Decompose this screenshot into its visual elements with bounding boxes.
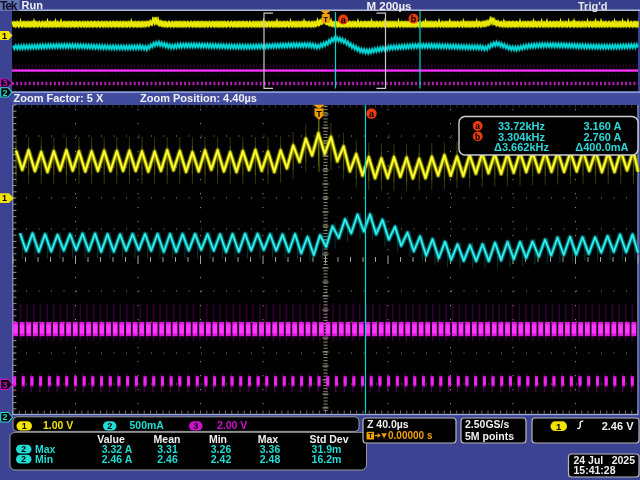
svg-text:a: a <box>475 121 480 131</box>
svg-text:Δ3.662kHz: Δ3.662kHz <box>494 141 549 153</box>
svg-text:0.00000 s: 0.00000 s <box>388 430 433 441</box>
svg-text:b: b <box>411 14 417 24</box>
svg-text:500mA: 500mA <box>130 419 165 431</box>
svg-text:16.2m: 16.2m <box>312 453 342 465</box>
svg-text:T: T <box>368 432 373 439</box>
svg-text:M 200µs: M 200µs <box>367 0 412 12</box>
svg-text:2: 2 <box>21 444 26 454</box>
svg-text:T: T <box>316 109 322 119</box>
svg-text:b: b <box>475 132 480 142</box>
svg-text:T: T <box>323 15 328 24</box>
svg-text:2: 2 <box>107 421 112 431</box>
svg-text:Zoom Factor: 5 X: Zoom Factor: 5 X <box>14 92 105 104</box>
svg-text:3: 3 <box>2 380 7 390</box>
svg-text:Trig'd: Trig'd <box>578 0 608 12</box>
svg-text:1: 1 <box>2 31 7 41</box>
svg-text:2.46: 2.46 <box>157 453 178 465</box>
svg-text:2.50GS/s: 2.50GS/s <box>465 418 510 430</box>
svg-text:1: 1 <box>2 193 7 203</box>
svg-text:1: 1 <box>556 421 562 432</box>
svg-text:2.00 V: 2.00 V <box>217 419 247 431</box>
svg-text:5M points: 5M points <box>465 430 514 442</box>
svg-text:2: 2 <box>2 412 7 422</box>
svg-text:2.46 V: 2.46 V <box>602 420 634 432</box>
svg-text:3: 3 <box>193 421 198 431</box>
svg-text:2.46 A: 2.46 A <box>102 453 133 465</box>
svg-text:Zoom Position: 4.40µs: Zoom Position: 4.40µs <box>140 92 257 104</box>
svg-text:2: 2 <box>21 454 26 464</box>
svg-text:2.48: 2.48 <box>260 453 281 465</box>
svg-text:1: 1 <box>22 421 27 431</box>
svg-text:2: 2 <box>2 88 7 98</box>
svg-text:Tek: Tek <box>0 0 18 13</box>
svg-text:Δ400.0mA: Δ400.0mA <box>575 141 628 153</box>
svg-text:Min: Min <box>35 453 53 465</box>
svg-text:2.42: 2.42 <box>211 453 232 465</box>
svg-text:Z 40.0µs: Z 40.0µs <box>367 418 409 430</box>
svg-text:15:41:28: 15:41:28 <box>574 464 616 476</box>
svg-text:1.00 V: 1.00 V <box>43 419 73 431</box>
svg-text:Run: Run <box>22 0 44 11</box>
